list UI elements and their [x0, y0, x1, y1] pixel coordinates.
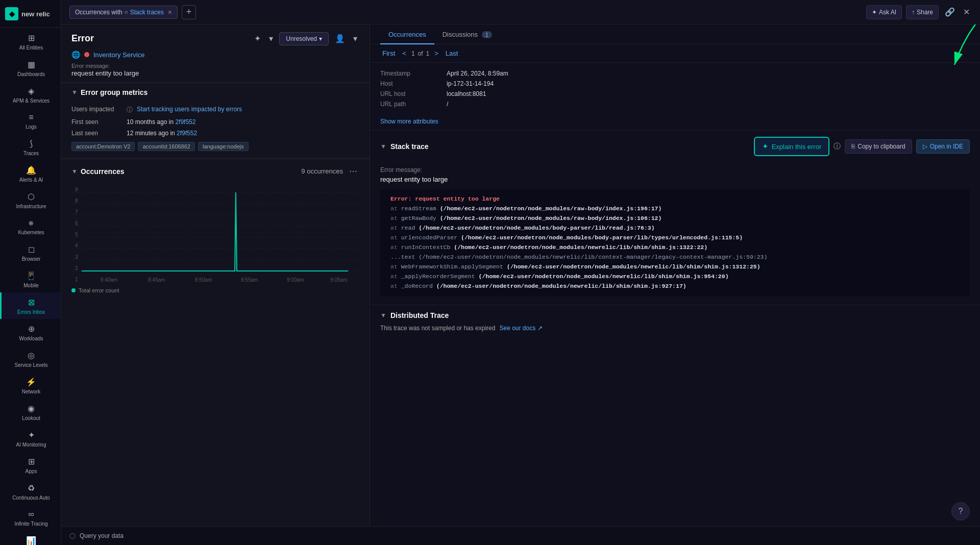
query-bar[interactable]: ⬡ Query your data [61, 526, 980, 545]
occurrences-title: Occurrences [81, 167, 125, 176]
sidebar-item-workloads[interactable]: ⊕Workloads [0, 319, 61, 345]
occurrences-more-btn[interactable]: ⋯ [347, 164, 359, 178]
host-row: Host ip-172-31-14-194 [380, 80, 970, 87]
first-seen-hash[interactable]: 2f9f552 [175, 118, 195, 126]
ask-ai-label: Ask AI [879, 9, 896, 16]
model-performance-icon: 📊 [26, 536, 36, 545]
continuous-auto-icon: ♻ [28, 483, 35, 493]
magic-icon-btn[interactable]: ✦ [252, 32, 263, 45]
chevron-icon-btn[interactable]: ▾ [267, 32, 275, 45]
svg-text:6: 6 [75, 220, 78, 226]
svg-marker-17 [82, 192, 348, 271]
share-icon: ↑ [912, 9, 915, 16]
occurrences-count: 9 occurrences [301, 167, 343, 175]
more-options-btn[interactable]: ▾ [351, 32, 359, 45]
sidebar-item-network[interactable]: ⚡Network [0, 372, 61, 399]
nav-first-btn[interactable]: First [380, 48, 397, 58]
ask-ai-button[interactable]: ✦ Ask AI [866, 5, 902, 19]
error-group-metrics-title: Error group metrics [81, 88, 148, 96]
users-impacted-label: Users impacted [71, 106, 122, 113]
service-levels-icon: ◎ [28, 351, 35, 360]
sidebar: ◆ new relic ⊞All Entities▦Dashboards◈APM… [0, 0, 61, 545]
stack-trace-header: ▼ Stack trace ✦ Explain this error ⓘ ⎘ C… [370, 130, 980, 161]
help-icon[interactable]: ⓘ [127, 106, 133, 114]
help-fab-button[interactable]: ? [951, 502, 970, 521]
nav-last-btn[interactable]: Last [444, 48, 460, 58]
sidebar-item-browser[interactable]: ◻Browser [0, 239, 61, 266]
sidebar-item-errors-inbox[interactable]: ⊠Errors Inbox [0, 292, 61, 319]
stack-line-6: ...text (/home/ec2-user/nodetron/node_mo… [390, 253, 960, 262]
nav-prev-btn[interactable]: < [400, 48, 408, 58]
sidebar-label-network: Network [22, 389, 41, 394]
open-in-ide-button[interactable]: ▷ Open in IDE [916, 139, 970, 154]
stack-actions: ✦ Explain this error ⓘ ⎘ Copy to clipboa… [754, 137, 970, 156]
sidebar-item-model-performance[interactable]: 📊Model Performa... [0, 531, 61, 545]
tab-occurrences[interactable]: Occurrences [380, 24, 434, 44]
sidebar-item-all-entities[interactable]: ⊞All Entities [0, 28, 61, 55]
sidebar-label-dashboards: Dashboards [17, 71, 45, 77]
stack-info-btn[interactable]: ⓘ [834, 142, 841, 151]
dist-collapse-icon: ▼ [380, 312, 386, 319]
stack-line-7: at WebFrameworkShim.applySegment (/home/… [390, 262, 960, 272]
sidebar-item-infrastructure[interactable]: ⬡Infrastructure [0, 187, 61, 213]
sidebar-item-kubernetes[interactable]: ⎈Kubernetes [0, 213, 61, 239]
sidebar-item-traces[interactable]: ⟆Traces [0, 134, 61, 160]
sidebar-item-mobile[interactable]: 📱Mobile [0, 266, 61, 292]
sidebar-item-infinite-tracing[interactable]: ∞Infinite Tracing [0, 505, 61, 531]
tag-account: account:Demotron V2 [71, 142, 135, 151]
filter-label: Occurrences with [75, 9, 122, 16]
sidebar-item-apps[interactable]: ⊞Apps [0, 452, 61, 478]
timestamp-label: Timestamp [380, 70, 447, 77]
logo[interactable]: ◆ new relic [0, 0, 61, 28]
unresolved-label: Unresolved [286, 35, 317, 42]
last-seen-hash[interactable]: 2f9f552 [177, 130, 197, 137]
sidebar-item-service-levels[interactable]: ◎Service Levels [0, 345, 61, 372]
show-more-attributes-link[interactable]: Show more attributes [370, 118, 980, 130]
tab-discussions[interactable]: Discussions 1 [434, 24, 500, 44]
unresolved-button[interactable]: Unresolved ▾ [279, 32, 329, 45]
add-filter-button[interactable]: + [182, 5, 196, 19]
sidebar-item-dashboards[interactable]: ▦Dashboards [0, 55, 61, 81]
error-group-metrics-header[interactable]: ▼ Error group metrics [61, 83, 370, 101]
timestamp-value: April 26, 2024, 8:59am [447, 70, 508, 77]
dist-trace-link[interactable]: See our docs ↗ [499, 325, 542, 332]
svg-text:7: 7 [75, 209, 78, 215]
url-path-label: URL path [380, 101, 447, 108]
explain-error-button[interactable]: ✦ Explain this error [754, 137, 830, 156]
nav-next-btn[interactable]: > [432, 48, 440, 58]
collapse-icon: ▼ [71, 89, 78, 96]
stack-line-5: at runInContextCb (/home/ec2-user/nodetr… [390, 243, 960, 253]
stack-trace-title: Stack trace [390, 142, 429, 151]
network-icon: ⚡ [26, 377, 36, 387]
share-button[interactable]: ↑ Share [906, 5, 939, 19]
sidebar-item-logs[interactable]: ≡Logs [0, 108, 61, 134]
stack-line-2: at getRawBody (/home/ec2-user/nodetron/n… [390, 214, 960, 224]
svg-text:8:40am: 8:40am [101, 277, 117, 283]
sidebar-item-ai-monitoring[interactable]: ✦AI Monitoring [0, 425, 61, 452]
close-button[interactable]: ✕ [961, 5, 972, 19]
filter-close-btn[interactable]: × [168, 8, 172, 16]
traces-icon: ⟆ [30, 139, 33, 148]
copy-clipboard-button[interactable]: ⎘ Copy to clipboard [845, 139, 912, 154]
sidebar-label-errors-inbox: Errors Inbox [17, 309, 45, 315]
link-button[interactable]: 🔗 [943, 5, 957, 19]
browser-icon: ◻ [28, 244, 35, 254]
error-title: Error [71, 33, 94, 44]
sidebar-nav: ⊞All Entities▦Dashboards◈APM & Services≡… [0, 28, 61, 545]
start-tracking-link[interactable]: Start tracking users impacted by errors [137, 106, 242, 113]
first-seen-label: First seen [71, 118, 122, 126]
dist-trace-text: This trace was not sampled or has expire… [380, 325, 495, 332]
sidebar-item-apm-services[interactable]: ◈APM & Services [0, 81, 61, 108]
user-icon-btn[interactable]: 👤 [333, 32, 347, 45]
sidebar-item-continuous-auto[interactable]: ♻Continuous Auto [0, 478, 61, 505]
sidebar-item-alerts-ai[interactable]: 🔔Alerts & AI [0, 160, 61, 187]
sidebar-label-ai-monitoring: AI Monitoring [16, 442, 46, 448]
stack-trace-section: ▼ Stack trace ✦ Explain this error ⓘ ⎘ C… [370, 130, 980, 305]
svg-text:8:45am: 8:45am [148, 277, 165, 283]
error-message-label: Error message: [71, 62, 359, 69]
entity-name[interactable]: Inventory Service [93, 51, 144, 59]
svg-text:2: 2 [75, 265, 78, 271]
svg-text:9:05am: 9:05am [330, 277, 347, 283]
query-icon: ⬡ [69, 532, 76, 540]
sidebar-item-lookout[interactable]: ◉Lookout [0, 399, 61, 425]
